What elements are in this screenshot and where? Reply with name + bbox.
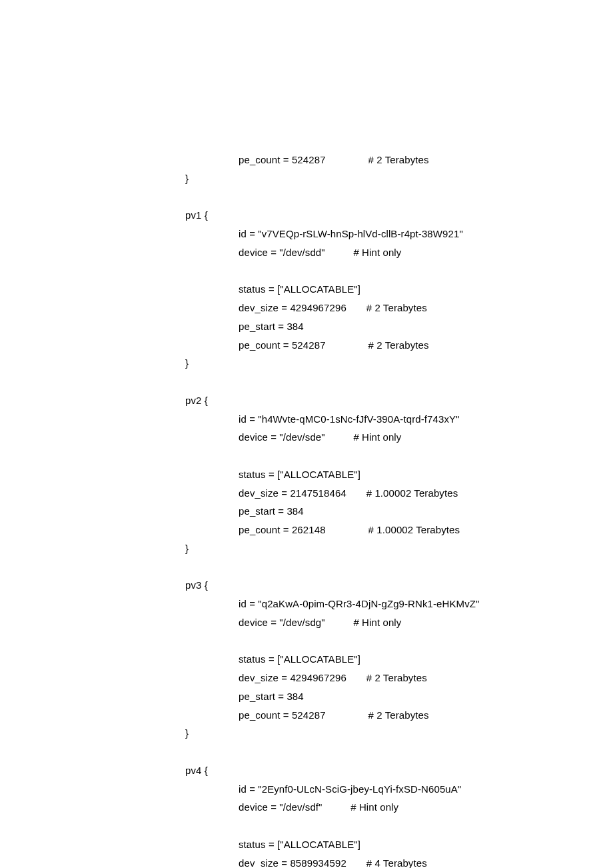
- code-line: [0, 373, 613, 391]
- code-line: id = "q2aKwA-0pim-QRr3-4DjN-gZg9-RNk1-eH…: [0, 595, 613, 613]
- code-line: id = "v7VEQp-rSLW-hnSp-hlVd-cllB-r4pt-38…: [0, 225, 613, 243]
- code-line: [0, 632, 613, 651]
- code-line: device = "/dev/sdg" # Hint only: [0, 613, 613, 632]
- code-line: [0, 262, 613, 281]
- code-line: device = "/dev/sde" # Hint only: [0, 428, 613, 447]
- code-line: [0, 447, 613, 465]
- code-line: id = "2Eynf0-ULcN-SciG-jbey-LqYi-fxSD-N6…: [0, 780, 613, 799]
- code-line: }: [0, 724, 613, 743]
- code-line: [0, 188, 613, 207]
- code-line: status = ["ALLOCATABLE"]: [0, 650, 613, 669]
- code-line: pe_count = 524287 # 2 Terabytes: [0, 706, 613, 725]
- code-line: device = "/dev/sdf" # Hint only: [0, 798, 613, 817]
- code-line: id = "h4Wvte-qMC0-1sNc-fJfV-390A-tqrd-f7…: [0, 410, 613, 429]
- code-line: pv2 {: [0, 391, 613, 410]
- code-line: dev_size = 4294967296 # 2 Terabytes: [0, 669, 613, 687]
- code-line: [0, 743, 613, 761]
- code-line: pe_start = 384: [0, 502, 613, 521]
- code-line: status = ["ALLOCATABLE"]: [0, 835, 613, 854]
- code-line: pe_count = 262148 # 1.00002 Terabytes: [0, 521, 613, 539]
- code-line: [0, 558, 613, 577]
- code-line: status = ["ALLOCATABLE"]: [0, 280, 613, 299]
- code-line: pe_count = 524287 # 2 Terabytes: [0, 336, 613, 355]
- code-line: [0, 817, 613, 835]
- code-line: pv1 {: [0, 206, 613, 225]
- code-line: pe_count = 524287 # 2 Terabytes: [0, 151, 613, 169]
- code-line: dev_size = 2147518464 # 1.00002 Terabyte…: [0, 484, 613, 503]
- code-line: dev_size = 8589934592 # 4 Terabytes: [0, 854, 613, 869]
- code-line: device = "/dev/sdd" # Hint only: [0, 243, 613, 262]
- code-line: pe_start = 384: [0, 317, 613, 336]
- code-line: }: [0, 169, 613, 188]
- code-line: pv4 {: [0, 761, 613, 780]
- code-line: }: [0, 539, 613, 558]
- code-line: pv3 {: [0, 576, 613, 595]
- code-line: }: [0, 354, 613, 373]
- code-line: pe_start = 384: [0, 687, 613, 706]
- config-code-block: pe_count = 524287 # 2 Terabytes} pv1 {id…: [0, 151, 613, 868]
- code-line: status = ["ALLOCATABLE"]: [0, 465, 613, 484]
- code-line: dev_size = 4294967296 # 2 Terabytes: [0, 299, 613, 317]
